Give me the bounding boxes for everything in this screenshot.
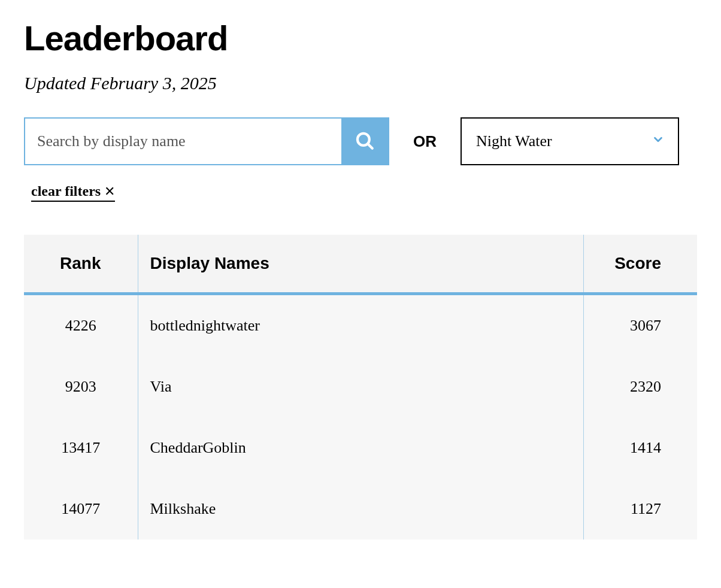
cell-score: 3067 [583,295,697,356]
cell-rank: 14077 [24,478,138,539]
col-header-rank: Rank [24,235,138,294]
leaderboard-table: Rank Display Names Score 4226bottlednigh… [24,235,697,539]
table-header-row: Rank Display Names Score [24,235,697,294]
clear-filters-link[interactable]: clear filters ✕ [31,183,115,202]
cell-score: 1414 [583,417,697,478]
table-row: 13417CheddarGoblin1414 [24,417,697,478]
filter-select-value: Night Water [476,132,552,150]
or-label: OR [413,132,437,151]
close-icon: ✕ [104,184,115,199]
search-icon [355,131,375,153]
table-row: 14077Milkshake1127 [24,478,697,539]
cell-rank: 13417 [24,417,138,478]
cell-name: Via [138,356,583,417]
chevron-down-icon [652,132,665,150]
cell-name: CheddarGoblin [138,417,583,478]
col-header-name: Display Names [138,235,583,294]
cell-score: 2320 [583,356,697,417]
filter-select[interactable]: Night Water [461,117,679,165]
table-row: 4226bottlednightwater3067 [24,295,697,356]
updated-date: February 3, 2025 [90,73,217,93]
updated-line: Updated February 3, 2025 [24,73,697,93]
table-row: 9203Via2320 [24,356,697,417]
cell-rank: 4226 [24,295,138,356]
cell-score: 1127 [583,478,697,539]
col-header-score: Score [583,235,697,294]
svg-line-1 [368,144,372,148]
clear-filters-label: clear filters [31,183,101,199]
controls-row: OR Night Water [24,117,697,165]
cell-rank: 9203 [24,356,138,417]
updated-prefix: Updated [24,73,90,93]
search-input[interactable] [25,119,341,164]
search-button[interactable] [341,119,388,164]
page-title: Leaderboard [24,18,697,58]
cell-name: bottlednightwater [138,295,583,356]
search-container [24,117,389,165]
cell-name: Milkshake [138,478,583,539]
